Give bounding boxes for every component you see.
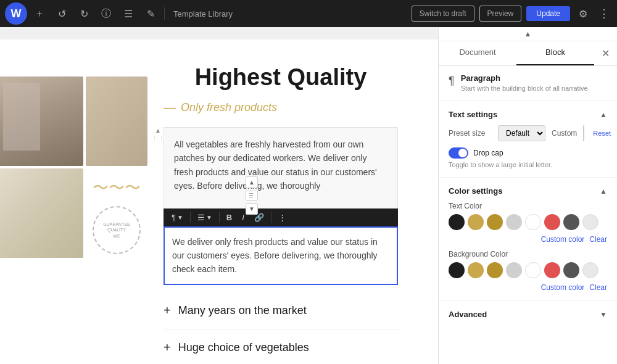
- feature-item-1[interactable]: + Many years on the market: [164, 292, 398, 329]
- undo-button[interactable]: ↺: [52, 4, 72, 23]
- text-color-dark-gray[interactable]: [563, 214, 579, 230]
- text-align-button[interactable]: ☰ ▼: [193, 211, 217, 224]
- canvas-area: 〜〜〜 GUARANTEEQUALITYWE Highest Quality —…: [0, 27, 438, 364]
- update-button[interactable]: Update: [526, 6, 570, 21]
- drag-dots-icon[interactable]: ⋮⋮: [151, 135, 165, 143]
- images-section: 〜〜〜 GUARANTEEQUALITYWE: [0, 77, 157, 258]
- advanced-label: Advanced: [449, 310, 487, 319]
- topbar-divider: [164, 7, 165, 20]
- add-block-topbar-button[interactable]: ＋: [30, 4, 49, 23]
- panel-scroll-up[interactable]: ▲: [439, 27, 617, 41]
- features-list: + Many years on the market + Huge choice…: [164, 292, 398, 364]
- block-tab[interactable]: Block: [516, 41, 594, 65]
- image-hands: [86, 77, 147, 166]
- feature-item-2[interactable]: + Huge choice of vegetables: [164, 329, 398, 364]
- canvas-scroll-controls: ▲ ☰ ▼: [246, 176, 258, 215]
- code-editor-button[interactable]: ✎: [141, 4, 160, 23]
- feature-plus-icon-1: +: [164, 304, 171, 318]
- text-color-swatches: [449, 214, 607, 230]
- switch-to-draft-button[interactable]: Switch to draft: [412, 6, 474, 22]
- scroll-up-icon[interactable]: ▲: [246, 176, 258, 188]
- preset-size-select[interactable]: Default: [498, 125, 545, 141]
- wavy-icon: 〜〜〜: [93, 177, 141, 199]
- info-button[interactable]: ⓘ: [96, 4, 116, 23]
- wavy-and-stamp: 〜〜〜 GUARANTEEQUALITYWE: [86, 168, 147, 258]
- feature-label-2: Huge choice of vegetables: [178, 341, 309, 354]
- color-settings-collapse-icon[interactable]: ▲: [600, 187, 607, 196]
- bg-color-light-gray-2[interactable]: [582, 262, 598, 278]
- preset-size-row: Preset size Default Custom ▲ ▼ Reset: [449, 125, 607, 141]
- advanced-section[interactable]: Advanced ▼: [439, 301, 617, 328]
- text-settings-collapse-icon[interactable]: ▲: [600, 110, 607, 119]
- custom-size-input-wrapper: ▲ ▼: [583, 125, 584, 141]
- bg-color-tan[interactable]: [468, 262, 484, 278]
- text-color-red[interactable]: [544, 214, 560, 230]
- more-rich-text-button[interactable]: ⋮: [274, 211, 291, 224]
- preview-button[interactable]: Preview: [479, 6, 522, 22]
- wp-logo: W: [5, 2, 27, 25]
- image-food: [0, 168, 83, 258]
- text-color-light-gray-2[interactable]: [582, 214, 598, 230]
- color-settings-section: Color settings ▲ Text Color: [439, 178, 617, 301]
- text-color-group: Text Color Custom color Clear: [449, 202, 607, 244]
- paragraph-format-button[interactable]: ¶ ▼: [167, 211, 188, 224]
- drag-indicator-icon[interactable]: ☰: [246, 191, 258, 201]
- subtitle-row: — Only fresh products: [164, 101, 398, 115]
- list-view-button[interactable]: ☰: [118, 4, 138, 23]
- bg-color-black[interactable]: [449, 262, 465, 278]
- settings-gear-icon[interactable]: ⚙: [575, 4, 591, 23]
- advanced-chevron-icon[interactable]: ▼: [600, 310, 607, 319]
- text-color-gold[interactable]: [487, 214, 503, 230]
- feature-plus-icon-2: +: [164, 341, 171, 355]
- scroll-down-icon[interactable]: ▼: [246, 203, 258, 215]
- text-color-actions: Custom color Clear: [449, 235, 607, 244]
- feature-label-1: Many years on the market: [178, 304, 307, 317]
- bg-color-label: Background Color: [449, 250, 607, 259]
- more-options-icon[interactable]: ⋮: [596, 4, 612, 23]
- text-clear-button[interactable]: Clear: [589, 235, 607, 244]
- redo-button[interactable]: ↻: [74, 4, 94, 23]
- text-formatting-toolbar[interactable]: ¶ ▼ ☰ ▼ B I 🔗 ⋮: [164, 209, 398, 226]
- content-wrapper: 〜〜〜 GUARANTEEQUALITYWE Highest Quality —…: [0, 39, 438, 364]
- block-name: Paragraph: [461, 73, 590, 83]
- subtitle-text: Only fresh products: [181, 101, 277, 114]
- text-color-light-gray[interactable]: [506, 214, 522, 230]
- drop-cap-label: Drop cap: [473, 149, 503, 157]
- paragraph-text-selected[interactable]: We deliver only fresh products and value…: [164, 226, 398, 285]
- bg-color-actions: Custom color Clear: [449, 283, 607, 292]
- text-color-white[interactable]: [525, 214, 541, 230]
- panel-tabs: Document Block ✕: [439, 41, 617, 66]
- reset-button[interactable]: Reset: [590, 127, 613, 139]
- guarantee-stamp: GUARANTEEQUALITYWE: [93, 206, 141, 254]
- bg-color-light-gray[interactable]: [506, 262, 522, 278]
- block-info-section: ¶ Paragraph Start with the building bloc…: [439, 66, 617, 101]
- drop-cap-row: Drop cap: [449, 147, 607, 159]
- collapse-up-icon[interactable]: ▲: [155, 127, 161, 134]
- paragraph-text-unselected: All vegetables are freshly harvested fro…: [164, 127, 398, 209]
- text-custom-color-link[interactable]: Custom color: [541, 235, 585, 244]
- bg-color-white[interactable]: [525, 262, 541, 278]
- topbar: W ＋ ↺ ↻ ⓘ ☰ ✎ Template Library Switch to…: [0, 0, 617, 27]
- template-title: Template Library: [173, 9, 409, 19]
- image-chef: [0, 77, 83, 166]
- panel-close-button[interactable]: ✕: [594, 41, 617, 65]
- bold-button[interactable]: B: [222, 211, 236, 224]
- bg-color-red[interactable]: [544, 262, 560, 278]
- bg-color-gold[interactable]: [487, 262, 503, 278]
- main-layout: 〜〜〜 GUARANTEEQUALITYWE Highest Quality —…: [0, 27, 617, 364]
- document-tab[interactable]: Document: [439, 41, 516, 65]
- drop-cap-toggle[interactable]: [449, 147, 468, 159]
- bg-color-dark-gray[interactable]: [563, 262, 579, 278]
- paragraph-block[interactable]: ▲ ⋮⋮ All vegetables are freshly harveste…: [164, 127, 398, 285]
- paragraph-block-icon: ¶: [449, 75, 455, 88]
- bg-clear-button[interactable]: Clear: [589, 283, 607, 292]
- custom-size-input[interactable]: [584, 126, 584, 140]
- color-settings-title: Color settings: [449, 186, 502, 196]
- text-color-tan[interactable]: [468, 214, 484, 230]
- bg-color-swatches: [449, 262, 607, 278]
- bg-custom-color-link[interactable]: Custom color: [541, 283, 585, 292]
- page-title: Highest Quality: [164, 64, 398, 91]
- subtitle-dash-icon: —: [164, 101, 176, 115]
- preset-size-label: Preset size: [449, 129, 492, 138]
- text-color-black[interactable]: [449, 214, 465, 230]
